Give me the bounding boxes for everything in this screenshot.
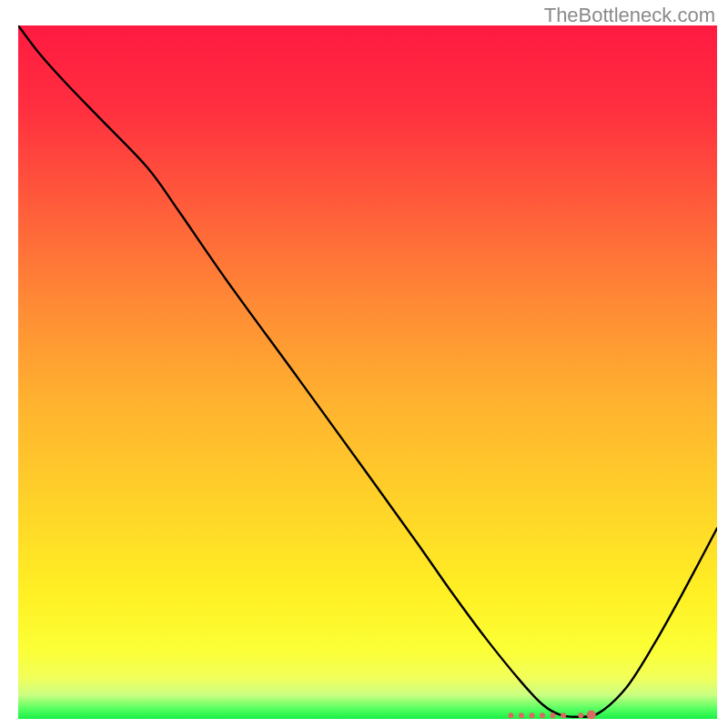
min-band-point <box>578 713 583 718</box>
min-band-point <box>508 713 513 718</box>
plot-area <box>18 25 717 719</box>
min-band-point <box>587 710 596 719</box>
min-band-point <box>519 713 524 718</box>
watermark-text: TheBottleneck.com <box>544 4 715 27</box>
min-band-point <box>540 713 545 718</box>
min-band-point <box>529 713 534 718</box>
min-band-point <box>561 713 566 718</box>
min-band-point <box>551 713 556 718</box>
gradient-background <box>18 25 717 719</box>
